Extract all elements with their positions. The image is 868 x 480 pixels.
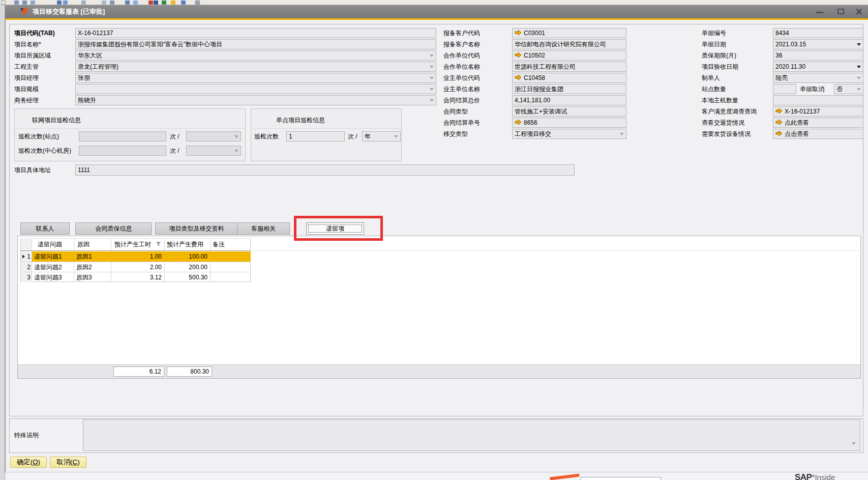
doc-number-field[interactable]: 8434 <box>773 28 863 38</box>
cell-note[interactable] <box>212 272 250 283</box>
toolbar-icon <box>102 1 106 5</box>
toolbar-strip <box>0 0 868 5</box>
local-host-count-field[interactable] <box>773 95 863 105</box>
chevron-down-icon <box>430 88 434 91</box>
field-label: 报备客户名称 <box>443 39 480 49</box>
site-count-field[interactable] <box>773 84 796 94</box>
contract-settlement-link[interactable]: 8656 <box>512 118 626 128</box>
handover-type-combo[interactable]: 工程项目移交 <box>512 129 626 139</box>
warranty-months-field[interactable]: 36 <box>773 50 863 61</box>
field-label: 需要发货设备情况 <box>702 129 751 139</box>
cell-reason[interactable]: 原因2 <box>76 262 110 272</box>
cell-cost[interactable]: 100.00 <box>165 251 207 262</box>
center-inspection-period-combo[interactable] <box>186 146 241 156</box>
col-header-issue[interactable]: 遗留问题 <box>38 238 62 250</box>
cell-cost[interactable]: 500.30 <box>165 272 207 283</box>
total-cost: 800.30 <box>167 366 212 377</box>
link-arrow-icon <box>515 52 522 58</box>
field-label: 单据日期 <box>702 39 726 49</box>
site-inspection-count-field[interactable] <box>79 131 166 142</box>
partner-name-field[interactable]: 世源科技工程有限公司 <box>512 62 626 72</box>
satisfaction-survey-link[interactable]: X-16-012137 <box>773 106 863 117</box>
returns-view-link[interactable]: 点此查看 <box>773 118 863 128</box>
business-manager-combo[interactable]: 熊晓升 <box>75 95 436 105</box>
site-inspection-period-combo[interactable] <box>186 131 241 142</box>
shipping-equipment-link[interactable]: 点击查看 <box>773 129 863 139</box>
toolbar-icon <box>110 1 114 5</box>
window-titlebar <box>5 5 868 18</box>
project-scale-combo[interactable] <box>75 84 436 94</box>
field-label: 商务经理 <box>14 95 39 105</box>
region-combo[interactable]: 华东大区 <box>75 50 436 61</box>
special-notes-textarea[interactable] <box>83 419 860 451</box>
partner-code-link[interactable]: C10502 <box>512 50 626 61</box>
toolbar-icon <box>81 1 86 5</box>
engineering-supervisor-combo[interactable]: 唐龙(工程管理) <box>75 62 436 72</box>
status-footer: SAP®Inside <box>5 472 868 480</box>
row-number[interactable]: 1 <box>25 251 31 262</box>
acceptance-date-combo[interactable]: 2020.11.30 <box>773 62 863 72</box>
project-manager-combo[interactable]: 张朋 <box>75 73 436 83</box>
doc-date-combo[interactable]: 2021.03.15 <box>773 39 863 49</box>
field-label: 客户满意度调查查询 <box>702 106 757 117</box>
maximize-icon[interactable] <box>837 9 844 14</box>
center-inspection-count-field[interactable] <box>79 146 166 156</box>
toolbar-icon <box>63 1 68 5</box>
row-number[interactable]: 2 <box>25 262 31 272</box>
filter-icon[interactable] <box>156 241 161 247</box>
cell-reason[interactable]: 原因3 <box>76 272 110 283</box>
col-header-reason[interactable]: 原因 <box>77 238 89 250</box>
row-number[interactable]: 3 <box>25 272 31 283</box>
contract-total-field[interactable]: 4,141,181.00 <box>512 95 626 105</box>
ok-button[interactable]: 确定(O) <box>10 457 47 468</box>
report-customer-code-link[interactable]: C03001 <box>512 28 626 38</box>
cancel-button[interactable]: 取消(C) <box>50 457 86 468</box>
link-arrow-icon <box>775 130 783 136</box>
close-icon[interactable] <box>855 8 862 15</box>
cell-issue[interactable]: 遗留问题3 <box>34 272 73 283</box>
cell-cost[interactable]: 200.00 <box>165 262 207 272</box>
cell-hours[interactable]: 2.00 <box>112 262 162 272</box>
project-address-field[interactable]: 1111 <box>75 164 575 176</box>
cell-issue[interactable]: 遗留问题2 <box>34 262 73 272</box>
sap-inside-logo: SAP®Inside <box>795 472 835 480</box>
col-header-note[interactable]: 备注 <box>213 238 225 250</box>
creator-combo[interactable]: 陆亮 <box>773 73 863 83</box>
col-header-cost[interactable]: 预计产生费用 <box>167 238 203 250</box>
toolbar-icon <box>148 1 153 5</box>
tab-customer-service[interactable]: 客服相关 <box>237 222 290 235</box>
cell-reason[interactable]: 原因1 <box>76 251 110 262</box>
field-label: 查看交退货情况 <box>702 118 744 128</box>
tab-contract-warranty[interactable]: 合同质保信息 <box>75 222 152 235</box>
cell-note[interactable] <box>212 251 250 262</box>
app-icon <box>19 7 29 16</box>
tab-contacts[interactable]: 联系人 <box>20 222 70 235</box>
field-label: 站点数量 <box>702 84 726 94</box>
cell-issue[interactable]: 遗留问题1 <box>34 251 73 262</box>
cell-hours[interactable]: 1.00 <box>112 251 162 262</box>
contract-type-field[interactable]: 管线施工+安装调试 <box>512 106 626 117</box>
chevron-down-icon <box>394 135 398 138</box>
field-label: 项目规模 <box>14 84 39 94</box>
cell-note[interactable] <box>212 262 250 272</box>
row-pointer-icon <box>22 255 25 259</box>
chevron-down-icon <box>430 54 434 57</box>
toolbar-icon <box>162 1 166 5</box>
cell-hours[interactable]: 3.12 <box>112 272 162 283</box>
mdi-left-edge <box>0 5 5 480</box>
owner-code-link[interactable]: C10458 <box>512 73 626 83</box>
col-header-hours[interactable]: 预计产生工时 <box>114 238 151 250</box>
tab-project-type[interactable]: 项目类型及移交资料 <box>155 222 238 235</box>
inspection-period-combo[interactable]: 年 <box>362 131 401 142</box>
field-label: 合作单位名称 <box>443 62 480 72</box>
report-customer-name-field[interactable]: 华信邮电咨询设计研究院有限公司 <box>512 39 626 49</box>
toolbar-icon <box>125 1 130 5</box>
inspection-count-field[interactable]: 1 <box>286 131 345 142</box>
owner-name-field[interactable]: 浙江日报报业集团 <box>512 84 626 94</box>
minimize-icon[interactable] <box>816 12 823 13</box>
doc-cancel-combo[interactable]: 否 <box>834 84 863 94</box>
link-arrow-icon <box>515 119 522 125</box>
project-name-field[interactable]: 浙报传媒集团股份有限公司富阳“富春云”数据中心项目 <box>75 39 436 49</box>
project-code-field[interactable]: X-16-012137 <box>75 28 436 38</box>
link-arrow-icon <box>775 119 783 125</box>
